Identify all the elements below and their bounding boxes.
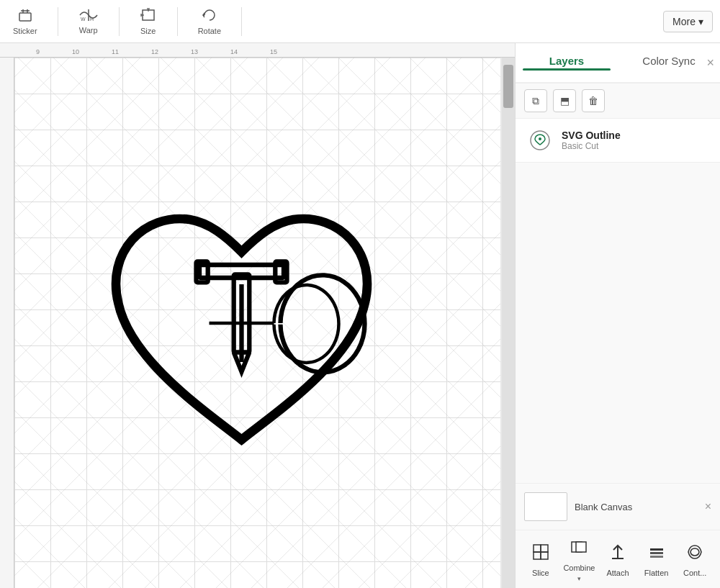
- paste-icon: ⬒: [560, 95, 570, 107]
- panel-tabs: Layers Color Sync ×: [516, 43, 720, 83]
- copy-layer-button[interactable]: ⧉: [524, 89, 547, 112]
- ruler-num-15: 15: [270, 48, 277, 55]
- layer-type: Basic Cut: [562, 141, 621, 151]
- svg-rect-7: [143, 10, 154, 20]
- warp-tool[interactable]: W H Warp: [73, 5, 104, 37]
- sticker-icon: [17, 7, 33, 27]
- combine-arrow-icon: ▾: [577, 575, 581, 582]
- sep4: [241, 7, 242, 36]
- flatten-label: Flatten: [644, 569, 669, 577]
- svg-rect-24: [541, 552, 548, 559]
- sep2: [119, 7, 120, 36]
- ruler-top: 9 10 11 12 13 14 15: [0, 43, 515, 58]
- slice-label: Slice: [532, 569, 549, 577]
- size-label: Size: [140, 27, 156, 35]
- svg-text:W: W: [81, 17, 86, 22]
- svg-rect-23: [534, 552, 541, 559]
- design-svg[interactable]: [79, 161, 403, 485]
- delete-layer-button[interactable]: 🗑: [582, 89, 605, 112]
- sticker-label: Sticker: [13, 27, 37, 35]
- layer-item[interactable]: SVG Outline Basic Cut: [516, 119, 720, 163]
- layer-icon: [527, 127, 553, 153]
- svg-text:H: H: [90, 17, 94, 22]
- tab-color-sync[interactable]: Color Sync: [618, 43, 720, 82]
- sep3: [177, 7, 178, 36]
- svg-point-20: [539, 137, 541, 140]
- ruler-left: [0, 58, 14, 588]
- bottom-action-bar: Slice Combine ▾: [516, 530, 720, 588]
- copy-icon: ⧉: [532, 95, 539, 107]
- ruler-num-10: 10: [72, 48, 79, 55]
- ruler-num-12: 12: [151, 48, 158, 55]
- blank-canvas-thumbnail: [524, 492, 567, 521]
- size-icon: [140, 7, 157, 27]
- size-tool[interactable]: Size: [134, 4, 163, 38]
- canvas-area[interactable]: 9 10 11 12 13 14 15: [0, 43, 515, 588]
- svg-rect-22: [541, 545, 548, 552]
- panel-toolbar: ⧉ ⬒ 🗑: [516, 83, 720, 119]
- layer-text: SVG Outline Basic Cut: [562, 130, 621, 151]
- svg-rect-28: [650, 548, 663, 551]
- scrollbar-right[interactable]: [502, 58, 515, 588]
- slice-action[interactable]: Slice: [523, 543, 559, 577]
- svg-rect-21: [534, 545, 541, 552]
- ruler-num-13: 13: [191, 48, 198, 55]
- rotate-icon: [202, 7, 217, 27]
- panel-spacer: [516, 163, 720, 483]
- scrollbar-thumb[interactable]: [503, 65, 513, 108]
- attach-label: Attach: [606, 569, 629, 577]
- grid-canvas[interactable]: [14, 58, 500, 588]
- main-area: 9 10 11 12 13 14 15: [0, 43, 720, 588]
- contour-action[interactable]: Cont...: [677, 543, 713, 577]
- combine-action[interactable]: Combine ▾: [561, 538, 597, 582]
- attach-action[interactable]: Attach: [600, 543, 636, 577]
- more-button[interactable]: More ▾: [663, 11, 713, 32]
- more-label: More: [672, 16, 696, 27]
- svg-rect-29: [650, 552, 663, 554]
- more-arrow-icon: ▾: [698, 16, 703, 27]
- svg-marker-12: [202, 12, 204, 18]
- flatten-action[interactable]: Flatten: [639, 543, 675, 577]
- ruler-num-9: 9: [36, 48, 40, 55]
- sticker-tool[interactable]: Sticker: [7, 4, 43, 38]
- ruler-num-11: 11: [112, 48, 119, 55]
- svg-rect-0: [19, 13, 31, 21]
- panel-close-button[interactable]: ×: [706, 55, 714, 71]
- attach-icon: [608, 543, 627, 566]
- layer-name: SVG Outline: [562, 130, 621, 141]
- rotate-label: Rotate: [198, 27, 221, 35]
- ruler-num-14: 14: [230, 48, 238, 55]
- slice-icon: [531, 543, 550, 566]
- combine-icon: [570, 538, 588, 561]
- tab-layers[interactable]: Layers: [516, 43, 618, 82]
- toolbar: Sticker W H Warp Size: [0, 0, 720, 43]
- blank-canvas-label: Blank Canvas: [575, 502, 632, 512]
- combine-label: Combine: [563, 564, 595, 572]
- trash-icon: 🗑: [588, 95, 598, 107]
- sep1: [58, 7, 58, 36]
- contour-label: Cont...: [683, 569, 706, 577]
- svg-rect-26: [576, 542, 586, 552]
- flatten-icon: [647, 543, 666, 566]
- right-panel: Layers Color Sync × ⧉ ⬒ 🗑: [515, 43, 720, 588]
- warp-icon: W H: [78, 8, 99, 26]
- rotate-tool[interactable]: Rotate: [192, 4, 227, 38]
- blank-canvas-section: Blank Canvas ×: [516, 483, 720, 530]
- warp-label: Warp: [79, 26, 98, 35]
- blank-canvas-close-button[interactable]: ×: [705, 500, 711, 513]
- contour-icon: [685, 543, 704, 566]
- svg-rect-30: [650, 556, 663, 558]
- paste-layer-button[interactable]: ⬒: [553, 89, 576, 112]
